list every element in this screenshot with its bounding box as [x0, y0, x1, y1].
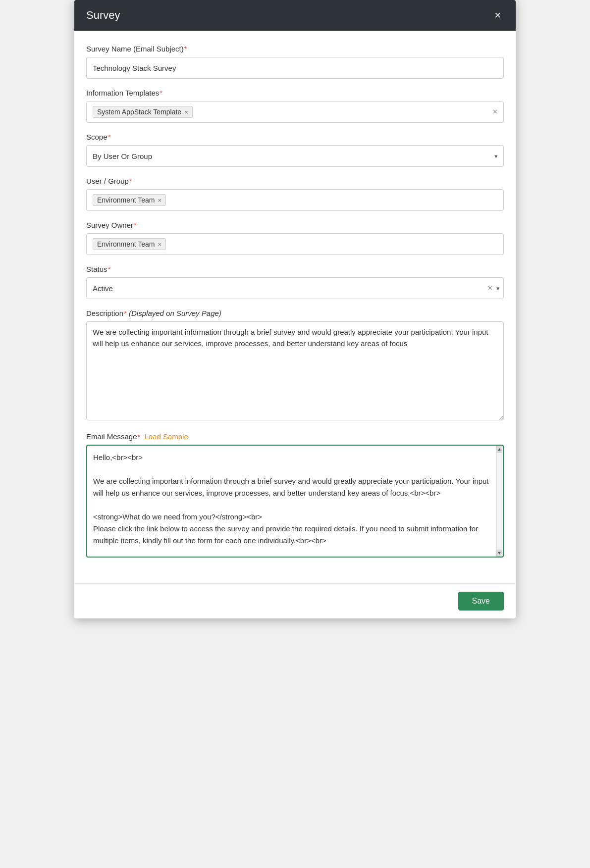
status-label: Status*	[86, 265, 504, 273]
email-scrollbar: ▲ ▼	[496, 446, 503, 557]
user-group-tag: Environment Team ×	[93, 194, 166, 206]
survey-owner-label: Survey Owner*	[86, 221, 504, 229]
scrollbar-track	[496, 453, 502, 550]
status-select[interactable]: Active	[86, 277, 504, 299]
user-group-label: User / Group*	[86, 177, 504, 185]
user-group-tag-remove[interactable]: ×	[158, 197, 161, 204]
info-templates-tag-remove[interactable]: ×	[184, 109, 188, 115]
survey-name-input[interactable]	[86, 57, 504, 79]
email-message-textarea[interactable]: Hello,<br><br> We are collecting importa…	[87, 446, 503, 555]
modal-body: Survey Name (Email Subject)* Information…	[74, 31, 516, 579]
modal-title: Survey	[86, 9, 120, 22]
email-textarea-wrapper: Hello,<br><br> We are collecting importa…	[86, 445, 504, 558]
scope-label: Scope*	[86, 133, 504, 141]
scope-select-container: By User Or Group ▾	[86, 145, 504, 167]
info-templates-group: Information Templates* System AppStack T…	[86, 89, 504, 123]
status-select-wrapper: Active × ▾	[86, 277, 504, 299]
info-templates-clear-button[interactable]: ×	[493, 107, 497, 116]
scope-group: Scope* By User Or Group ▾	[86, 133, 504, 167]
survey-owner-input[interactable]: Environment Team ×	[86, 233, 504, 255]
survey-owner-group: Survey Owner* Environment Team ×	[86, 221, 504, 255]
modal-header: Survey ×	[74, 0, 516, 31]
user-group-group: User / Group* Environment Team ×	[86, 177, 504, 211]
description-textarea[interactable]: We are collecting important information …	[86, 321, 504, 420]
status-clear-button[interactable]: ×	[488, 284, 492, 293]
email-message-group: Email Message* Load Sample Hello,<br><br…	[86, 432, 504, 558]
status-controls: × ▾	[488, 284, 500, 293]
survey-name-group: Survey Name (Email Subject)*	[86, 45, 504, 79]
survey-owner-tag-remove[interactable]: ×	[158, 241, 161, 248]
info-templates-tag: System AppStack Template ×	[93, 106, 193, 118]
close-button[interactable]: ×	[491, 9, 504, 22]
description-group: Description* (Displayed on Survey Page) …	[86, 309, 504, 422]
description-label: Description* (Displayed on Survey Page)	[86, 309, 504, 317]
user-group-input[interactable]: Environment Team ×	[86, 189, 504, 211]
survey-modal: Survey × Survey Name (Email Subject)* In…	[74, 0, 516, 618]
scope-select[interactable]: By User Or Group	[86, 145, 504, 167]
email-message-label: Email Message*	[86, 432, 140, 441]
info-templates-input[interactable]: System AppStack Template × ×	[86, 101, 504, 123]
save-button[interactable]: Save	[458, 592, 504, 611]
email-label-row: Email Message* Load Sample	[86, 432, 504, 441]
survey-owner-tag: Environment Team ×	[93, 238, 166, 250]
info-templates-label: Information Templates*	[86, 89, 504, 97]
scrollbar-down-button[interactable]: ▼	[496, 550, 502, 557]
status-chevron-icon[interactable]: ▾	[496, 285, 500, 292]
survey-name-label: Survey Name (Email Subject)*	[86, 45, 504, 53]
status-group: Status* Active × ▾	[86, 265, 504, 299]
load-sample-link[interactable]: Load Sample	[144, 432, 188, 441]
modal-footer: Save	[74, 583, 516, 618]
scrollbar-up-button[interactable]: ▲	[496, 446, 502, 453]
